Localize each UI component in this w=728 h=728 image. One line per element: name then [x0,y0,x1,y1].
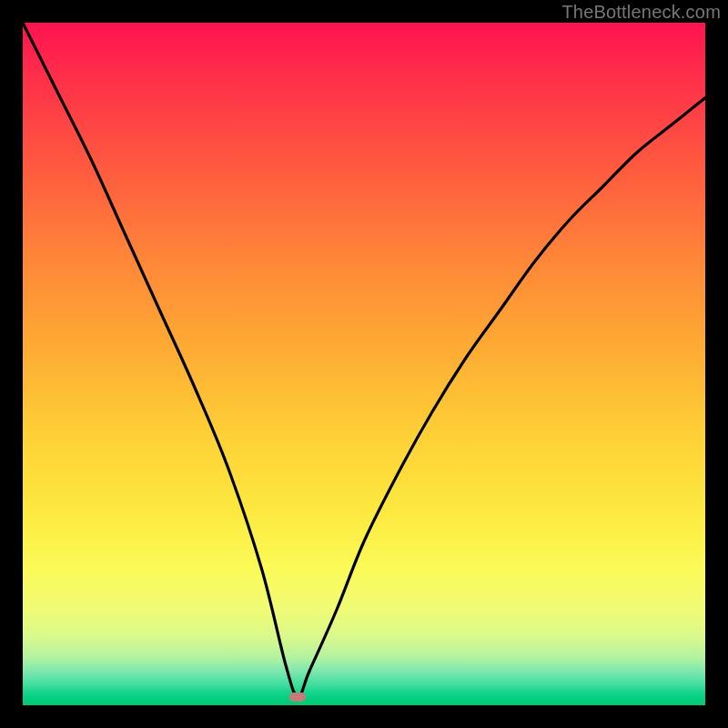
watermark-text: TheBottleneck.com [561,2,721,23]
optimum-marker [289,693,306,702]
chart-frame: TheBottleneck.com [0,0,728,728]
plot-area [23,23,705,705]
bottleneck-curve [23,23,705,705]
curve-path [23,23,705,697]
